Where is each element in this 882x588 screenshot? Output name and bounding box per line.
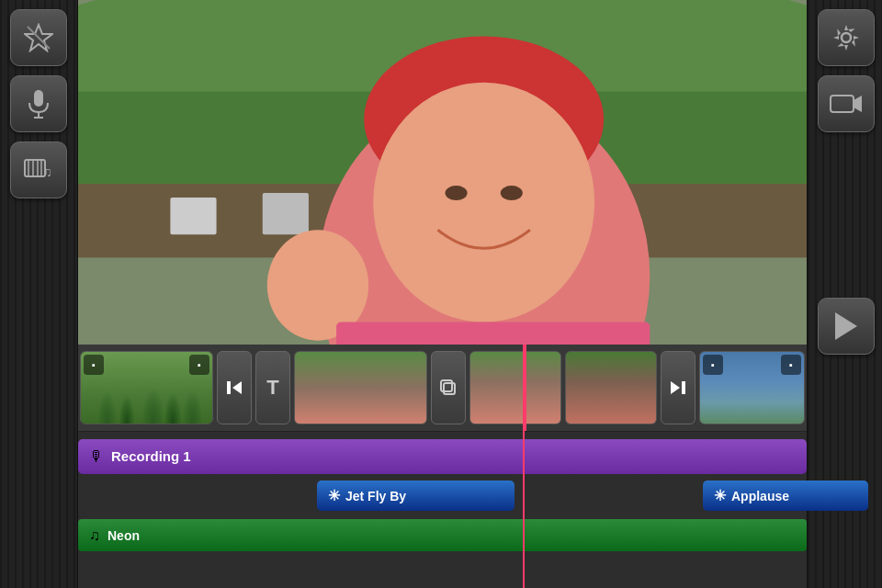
skip-back-icon	[225, 379, 243, 397]
film-music-icon: ♫	[24, 156, 53, 184]
film-music-button[interactable]: ♫	[10, 141, 67, 198]
video-scene	[78, 0, 807, 345]
skip-forward-icon	[669, 379, 687, 397]
clip-sky-start-icon: ▪	[703, 355, 723, 375]
svg-rect-16	[170, 198, 216, 234]
clip-sky[interactable]: ▪ ▪	[699, 351, 805, 424]
svg-marker-25	[232, 381, 242, 394]
svg-marker-33	[854, 96, 862, 112]
left-sidebar: ♫	[0, 0, 78, 588]
svg-rect-2	[34, 90, 43, 107]
title-clip-button[interactable]: T	[255, 351, 290, 424]
clips-row: ▪ ▪ T	[78, 345, 807, 432]
svg-rect-26	[227, 381, 231, 394]
svg-rect-27	[444, 383, 455, 394]
clip-person-2[interactable]	[469, 351, 561, 424]
microphone-icon	[25, 88, 52, 119]
gear-button[interactable]	[818, 9, 875, 66]
copy-button[interactable]	[431, 351, 466, 424]
svg-rect-30	[682, 381, 685, 394]
applause-star-icon: ✳	[714, 487, 726, 504]
clip-person-3[interactable]	[565, 351, 657, 424]
svg-rect-24	[336, 322, 650, 345]
jet-fly-by-button[interactable]: ✳ Jet Fly By	[317, 481, 514, 511]
sound-effects-track: ✳ Jet Fly By ✳ Applause	[78, 481, 807, 517]
applause-label: Applause	[731, 489, 789, 503]
music-label: Neon	[107, 528, 140, 543]
music-note-icon: ♫	[89, 527, 100, 544]
gear-icon	[831, 23, 861, 52]
video-background	[78, 0, 807, 345]
title-t-icon: T	[266, 376, 278, 400]
skip-forward-button[interactable]	[661, 351, 695, 424]
svg-rect-28	[441, 380, 452, 391]
clip-trees[interactable]: ▪ ▪	[80, 351, 213, 424]
clip-end-icon: ▪	[189, 355, 209, 375]
svg-text:♫: ♫	[42, 164, 52, 179]
microphone-button[interactable]	[10, 75, 67, 132]
jet-fly-by-star-icon: ✳	[328, 487, 340, 504]
clip-start-icon: ▪	[84, 355, 104, 375]
clip-person-1[interactable]	[294, 351, 427, 424]
copy-icon	[439, 379, 458, 397]
video-preview	[78, 0, 807, 345]
recording-label: Recording 1	[111, 448, 191, 464]
svg-point-22	[501, 186, 523, 200]
skip-back-button[interactable]	[217, 351, 252, 424]
svg-point-31	[842, 33, 851, 42]
play-icon	[833, 311, 859, 341]
svg-marker-29	[671, 381, 680, 394]
timeline-area: ▪ ▪ T	[78, 345, 807, 588]
camera-button[interactable]	[818, 75, 875, 132]
svg-point-21	[446, 186, 468, 200]
svg-rect-32	[831, 96, 854, 112]
star-icon	[24, 23, 53, 52]
recording-bar[interactable]: 🎙 Recording 1	[78, 439, 807, 474]
music-track[interactable]: ♫ Neon	[78, 519, 807, 551]
svg-rect-17	[263, 193, 309, 234]
star-button[interactable]	[10, 9, 67, 66]
main-area: ▪ ▪ T	[78, 0, 807, 588]
camera-icon	[830, 91, 863, 117]
svg-point-20	[373, 83, 594, 322]
svg-marker-34	[835, 312, 857, 340]
clip-sky-end-icon: ▪	[781, 355, 801, 375]
jet-fly-by-label: Jet Fly By	[345, 489, 406, 503]
recording-track: 🎙 Recording 1	[78, 435, 807, 477]
recording-mic-icon: 🎙	[89, 448, 104, 465]
play-button[interactable]	[818, 298, 875, 355]
applause-button[interactable]: ✳ Applause	[703, 481, 868, 511]
